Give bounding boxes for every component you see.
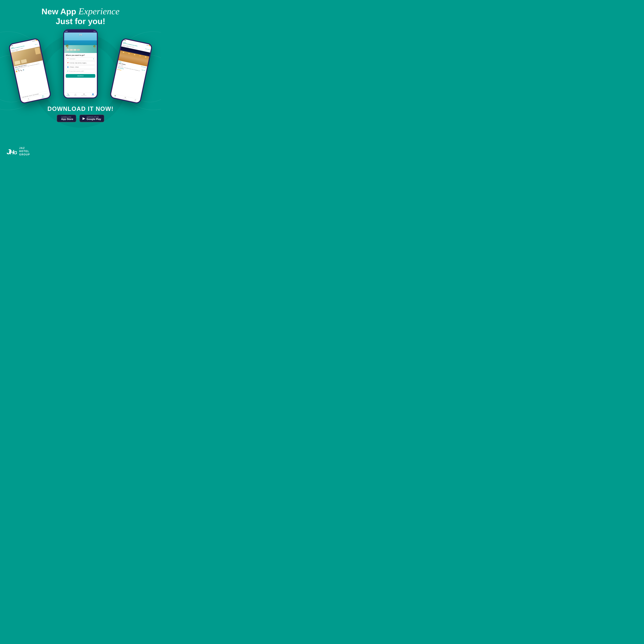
overview-label: Overview bbox=[27, 100, 31, 101]
offers-nav-label: Offers bbox=[74, 95, 77, 96]
phone-center: 4:01 ▲▲ 🌴 🌴 bbox=[63, 29, 98, 98]
appstore-text: Available on the App Store bbox=[61, 116, 73, 121]
palm-right: 🌴 bbox=[93, 45, 96, 48]
googleplay-name: Google Play bbox=[86, 118, 101, 121]
header-cursive: Experience bbox=[78, 6, 119, 16]
jhg-logo-on-image: J·G bbox=[79, 34, 82, 36]
dropdown-arrow: ▾ bbox=[93, 58, 94, 60]
brand-line1: JAZ bbox=[19, 147, 30, 150]
wifi-icon: 📶 bbox=[16, 70, 18, 72]
appstore-name: App Store bbox=[61, 118, 73, 121]
account-nav-icon: 👤 bbox=[92, 93, 94, 95]
appstore-button[interactable]: Available on the App Store bbox=[57, 115, 76, 122]
dates-field[interactable]: 📅 Fri 15 Oct - Mon 18 Oct ( 3 nights ) bbox=[66, 61, 95, 65]
surroundings-label: Surroundings bbox=[123, 98, 127, 100]
chair-3 bbox=[73, 49, 76, 51]
svg-text:G: G bbox=[14, 150, 17, 155]
left-time: 4:02 bbox=[11, 45, 13, 46]
download-title: DOWNLOAD IT NOW! bbox=[0, 106, 161, 112]
dining-icon: 🍽 bbox=[135, 99, 136, 100]
window-3 bbox=[134, 54, 135, 55]
brand-line3: GROUP bbox=[19, 153, 30, 156]
promo-icon: 🏷 bbox=[67, 70, 68, 72]
header-prefix: New App bbox=[42, 7, 78, 16]
center-search-content: Where you want to go? 📍 Destination ▾ 📅 … bbox=[64, 53, 97, 92]
phone-right-screen: 4:02 ▲▲ 📶 < Back Welcome to Solymar Ivor… bbox=[111, 39, 152, 103]
googleplay-text: ANDROID APP ON Google Play bbox=[86, 116, 101, 121]
person-icon: 👤 bbox=[67, 66, 69, 68]
right-nav-amenities[interactable]: 🏊 ities bbox=[114, 95, 116, 97]
destination-icon: 📍 bbox=[67, 58, 69, 60]
search-button[interactable]: SEARCH bbox=[66, 74, 95, 78]
brand-name: JAZ HOTEL GROUP bbox=[19, 147, 30, 156]
left-nav-rooms[interactable]: 🛏 Rooms bbox=[42, 95, 45, 98]
center-notch: 4:01 ▲▲ bbox=[64, 30, 97, 33]
right-nav-surroundings[interactable]: 🗺 Surroundings bbox=[123, 96, 127, 100]
pool-chairs bbox=[67, 49, 94, 52]
header-line2: Just for you! bbox=[0, 16, 161, 26]
chair-1 bbox=[67, 49, 69, 51]
window-4 bbox=[139, 55, 141, 56]
nav-account[interactable]: 👤 Account bbox=[91, 93, 95, 96]
window-2 bbox=[128, 53, 130, 54]
occupancy-value: 2 Person - 1 Room bbox=[69, 67, 94, 68]
appstore-label: Available on the bbox=[61, 116, 73, 118]
promo-field[interactable]: 🏷 Do you have a promo code? bbox=[66, 70, 95, 73]
nav-destinations[interactable]: 🗺 Destinations bbox=[81, 93, 86, 96]
chair-4 bbox=[77, 49, 80, 51]
palm-left: 🌴 bbox=[65, 44, 69, 48]
jhg-logo-icon: J H G bbox=[6, 147, 17, 156]
surroundings-icon: 🗺 bbox=[125, 97, 126, 98]
download-section: DOWNLOAD IT NOW! Available on the App St… bbox=[0, 106, 161, 122]
phones-section: 4:02 ▲▲▲ 📶 < Back Welcome to Solymar Ivo… bbox=[0, 28, 161, 103]
chair-2 bbox=[70, 49, 73, 51]
destination-field[interactable]: 📍 Destination ▾ bbox=[66, 57, 95, 61]
nav-offers[interactable]: 🏷 Offers bbox=[74, 93, 77, 96]
search-title: Where you want to go? bbox=[66, 54, 95, 56]
center-signal: ▲▲ bbox=[93, 31, 96, 32]
left-phone-desc: Suite, Twin Bed, Pool v... Our suites ar… bbox=[14, 60, 49, 96]
settings-icon: ⚙️ bbox=[23, 69, 25, 71]
center-time: 4:01 bbox=[65, 31, 68, 32]
search-nav-icon: 🔍 bbox=[67, 93, 69, 95]
destination-placeholder: Destination bbox=[69, 58, 92, 60]
window-5 bbox=[145, 56, 146, 58]
phone-right: 4:02 ▲▲ 📶 < Back Welcome to Solymar Ivor… bbox=[109, 38, 153, 104]
nav-search[interactable]: 🔍 Search bbox=[67, 93, 70, 96]
googleplay-label: ANDROID APP ON bbox=[86, 116, 101, 118]
footer-logo: J H G JAZ HOTEL GROUP bbox=[6, 147, 30, 156]
phone-left-screen: 4:02 ▲▲▲ 📶 < Back Welcome to Solymar Ivo… bbox=[9, 39, 50, 103]
right-time: 4:02 bbox=[124, 40, 126, 41]
header-section: New App Experience Just for you! bbox=[0, 0, 161, 26]
store-buttons: Available on the App Store ▶ ANDROID APP… bbox=[0, 115, 161, 122]
googleplay-button[interactable]: ▶ ANDROID APP ON Google Play bbox=[79, 115, 104, 122]
search-nav-label: Search bbox=[67, 95, 70, 96]
offers-nav-icon: 🏷 bbox=[75, 93, 76, 95]
brand-line2: HOTEL bbox=[19, 150, 30, 153]
account-nav-label: Account bbox=[91, 95, 95, 96]
googleplay-icon: ▶ bbox=[83, 116, 85, 120]
occupancy-field[interactable]: 👤 2 Person - 1 Room bbox=[66, 65, 95, 69]
jhg-svg: J H G bbox=[6, 147, 17, 156]
amenities-label: ities bbox=[114, 96, 116, 97]
phone-left: 4:02 ▲▲▲ 📶 < Back Welcome to Solymar Ivo… bbox=[8, 38, 52, 104]
destinations-nav-label: Destinations bbox=[81, 95, 86, 96]
rooms-label: Rooms bbox=[42, 97, 45, 98]
window-1 bbox=[123, 52, 124, 53]
dates-value: Fri 15 Oct - Mon 18 Oct ( 3 nights ) bbox=[69, 62, 94, 64]
center-notch-bump bbox=[78, 31, 83, 32]
phone-icon: 📞 bbox=[20, 70, 22, 71]
dining-label: Dining bbox=[134, 100, 136, 102]
calendar-icon: 📅 bbox=[67, 62, 69, 64]
breakfast-icon: 🍳 bbox=[18, 70, 20, 72]
promo-placeholder: Do you have a promo code? bbox=[69, 70, 94, 72]
phone-center-screen: 4:01 ▲▲ 🌴 🌴 bbox=[64, 30, 97, 98]
left-nav-overview[interactable]: ⊞ Overview bbox=[27, 98, 31, 101]
center-bottom-nav: 🔍 Search 🏷 Offers 🗺 Destinations 👤 Accou… bbox=[64, 92, 97, 98]
right-phone-content: 4.5/5 View Reviews Ivory Suites Port - 2… bbox=[111, 60, 147, 99]
header-line1: New App Experience bbox=[0, 6, 161, 16]
center-hero-image: 🌴 🌴 J·G bbox=[64, 33, 97, 53]
right-nav-dining[interactable]: 🍽 Dining bbox=[134, 99, 137, 102]
destinations-nav-icon: 🗺 bbox=[83, 93, 85, 95]
